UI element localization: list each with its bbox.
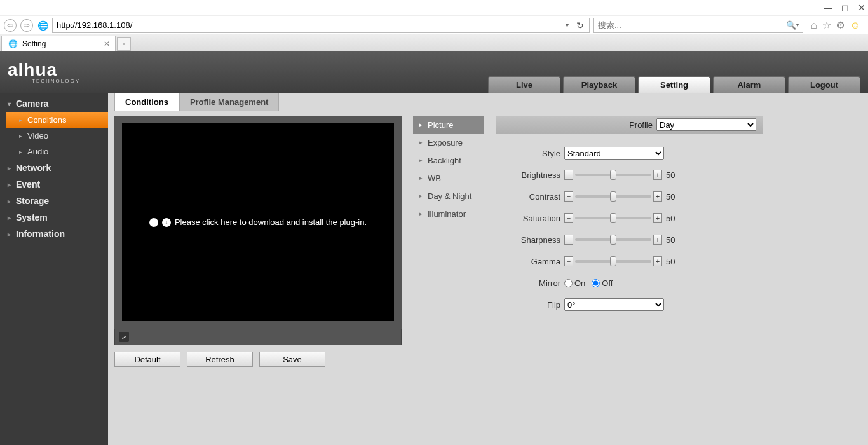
mirror-label: Mirror xyxy=(496,278,564,288)
topnav-live[interactable]: Live xyxy=(488,76,560,93)
default-button[interactable]: Default xyxy=(114,352,180,367)
sidebar-group-event[interactable]: Event xyxy=(0,176,108,193)
topnav-logout[interactable]: Logout xyxy=(788,76,860,93)
menu-exposure[interactable]: Exposure xyxy=(413,134,484,151)
minimize-icon[interactable]: — xyxy=(824,3,832,13)
brand-logo: alhua TECHNOLOGY xyxy=(8,61,80,84)
tab-favicon-icon: 🌐 xyxy=(7,38,18,50)
brightness-value: 50 xyxy=(666,170,675,180)
contrast-value: 50 xyxy=(666,192,675,202)
sidebar-item-conditions[interactable]: Conditions xyxy=(6,112,108,128)
search-bar[interactable]: 🔍▾ xyxy=(593,18,803,33)
sidebar-group-camera[interactable]: Camera xyxy=(0,95,108,112)
brightness-decrease-button[interactable]: − xyxy=(564,170,573,180)
sharpness-decrease-button[interactable]: − xyxy=(564,235,573,245)
new-tab-button[interactable]: ▫ xyxy=(117,37,131,51)
window-titlebar: — ◻ ✕ xyxy=(0,0,868,15)
menu-backlight[interactable]: Backlight xyxy=(413,151,484,169)
browser-tab[interactable]: 🌐 Setting ✕ xyxy=(1,36,116,51)
maximize-icon[interactable]: ◻ xyxy=(841,3,849,13)
topnav-playback[interactable]: Playback xyxy=(563,76,635,93)
profile-select[interactable]: Day xyxy=(656,118,756,131)
menu-illuminator[interactable]: Illuminator xyxy=(413,205,484,222)
browser-nav-bar: ⇦ ⇨ 🌐 ▾ ↻ 🔍▾ ⌂ ☆ ⚙ ☺ xyxy=(0,15,868,34)
mirror-off-radio[interactable]: Off xyxy=(592,278,613,288)
plugin-download-link[interactable]: ↓ Please click here to download and inst… xyxy=(149,217,367,227)
brightness-slider[interactable] xyxy=(575,174,651,176)
gamma-slider[interactable] xyxy=(575,260,651,263)
menu-picture[interactable]: Picture xyxy=(413,116,484,134)
flip-label: Flip xyxy=(496,300,564,310)
ie-icon: 🌐 xyxy=(37,20,48,31)
menu-wb[interactable]: WB xyxy=(413,169,484,187)
save-button[interactable]: Save xyxy=(259,352,325,367)
url-dropdown-icon[interactable]: ▾ xyxy=(563,22,571,29)
home-icon[interactable]: ⌂ xyxy=(811,20,817,31)
video-preview: ↓ Please click here to download and inst… xyxy=(114,116,402,329)
sharpness-value: 50 xyxy=(666,235,675,245)
sidebar-group-system[interactable]: System xyxy=(0,209,108,226)
sharpness-increase-button[interactable]: + xyxy=(653,235,662,245)
gamma-slider-thumb[interactable] xyxy=(610,256,616,266)
search-icon[interactable]: 🔍▾ xyxy=(782,20,803,30)
sidebar-group-storage[interactable]: Storage xyxy=(0,193,108,209)
browser-tab-bar: 🌐 Setting ✕ ▫ xyxy=(0,34,868,51)
feedback-icon[interactable]: ☺ xyxy=(850,20,860,31)
sidebar: CameraConditionsVideoAudioNetworkEventSt… xyxy=(0,93,108,445)
sidebar-item-video[interactable]: Video xyxy=(0,128,108,144)
refresh-icon[interactable]: ↻ xyxy=(571,20,589,31)
sharpness-slider[interactable] xyxy=(575,238,651,241)
sidebar-group-information[interactable]: Information xyxy=(0,226,108,242)
favorites-icon[interactable]: ☆ xyxy=(822,19,831,31)
style-label: Style xyxy=(496,149,564,158)
menu-day-night[interactable]: Day & Night xyxy=(413,187,484,205)
topnav-alarm[interactable]: Alarm xyxy=(713,76,785,93)
app-header: alhua TECHNOLOGY LivePlaybackSettingAlar… xyxy=(0,51,868,93)
tab-profile-management[interactable]: Profile Management xyxy=(179,93,280,111)
flip-select[interactable]: 0° xyxy=(564,298,664,311)
sidebar-group-network[interactable]: Network xyxy=(0,160,108,176)
conditions-menu: PictureExposureBacklightWBDay & NightIll… xyxy=(413,116,484,367)
refresh-button[interactable]: Refresh xyxy=(187,352,253,367)
content-area: ConditionsProfile Management ↓ Please cl… xyxy=(108,93,868,445)
profile-bar: Profile Day xyxy=(496,116,763,134)
saturation-value: 50 xyxy=(666,214,675,223)
close-window-icon[interactable]: ✕ xyxy=(858,3,865,13)
gamma-value: 50 xyxy=(666,257,675,266)
gamma-decrease-button[interactable]: − xyxy=(564,256,573,266)
tab-conditions[interactable]: Conditions xyxy=(114,93,179,111)
forward-button[interactable]: ⇨ xyxy=(20,19,33,32)
tools-icon[interactable]: ⚙ xyxy=(836,19,845,31)
brightness-label: Brightness xyxy=(496,170,564,180)
topnav-setting[interactable]: Setting xyxy=(638,76,710,93)
sidebar-item-audio[interactable]: Audio xyxy=(0,144,108,160)
search-input[interactable] xyxy=(594,19,782,31)
saturation-label: Saturation xyxy=(496,214,564,223)
sharpness-slider-thumb[interactable] xyxy=(610,235,616,245)
brightness-increase-button[interactable]: + xyxy=(653,170,662,180)
tab-title: Setting xyxy=(22,39,46,48)
picture-settings: Profile Day Style Standard Brightness − … xyxy=(496,116,862,367)
tab-close-icon[interactable]: ✕ xyxy=(104,39,110,48)
contrast-label: Contrast xyxy=(496,192,564,202)
back-button[interactable]: ⇦ xyxy=(4,19,17,32)
mirror-on-radio[interactable]: On xyxy=(564,278,585,288)
saturation-slider[interactable] xyxy=(575,217,651,219)
preview-toolbar: ⤢ xyxy=(114,329,402,345)
contrast-decrease-button[interactable]: − xyxy=(564,191,573,202)
contrast-slider[interactable] xyxy=(575,195,651,198)
contrast-slider-thumb[interactable] xyxy=(610,191,616,202)
gamma-label: Gamma xyxy=(496,257,564,266)
profile-label: Profile xyxy=(629,120,653,130)
url-input[interactable] xyxy=(53,19,563,31)
contrast-increase-button[interactable]: + xyxy=(653,191,662,202)
saturation-decrease-button[interactable]: − xyxy=(564,213,573,223)
fullscreen-icon[interactable]: ⤢ xyxy=(119,332,129,342)
address-bar[interactable]: ▾ ↻ xyxy=(52,18,590,33)
saturation-slider-thumb[interactable] xyxy=(610,213,616,223)
saturation-increase-button[interactable]: + xyxy=(653,213,662,223)
style-select[interactable]: Standard xyxy=(564,147,664,160)
gamma-increase-button[interactable]: + xyxy=(653,256,662,266)
sharpness-label: Sharpness xyxy=(496,235,564,245)
brightness-slider-thumb[interactable] xyxy=(610,170,616,180)
